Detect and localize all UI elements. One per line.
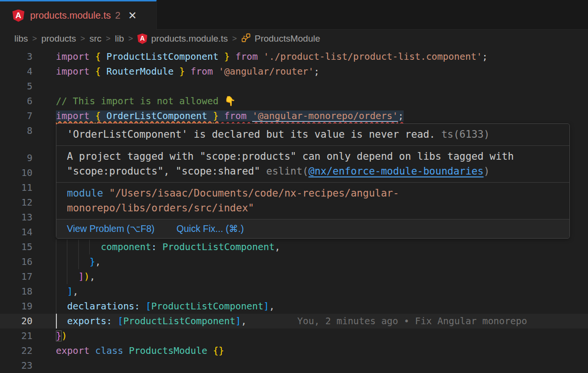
token: { [95,51,101,62]
token: ) [84,271,90,282]
hover-status-bar: View Problem (⌥F8) Quick Fix... (⌘.) [56,219,569,238]
indent-guide [56,284,56,299]
indent-guide [56,240,56,254]
code-line[interactable]: 16 }, [0,254,588,269]
code-line[interactable]: 17 ]), [0,269,588,284]
code-line[interactable]: 20 exports: [ProductListComponent],You, … [0,314,588,329]
line-number[interactable]: 5 [0,79,32,94]
token [56,316,67,327]
token: ProductListComponent [162,241,275,252]
code-line-content: import { ProductListComponent } from './… [32,49,588,64]
quick-fix-link[interactable]: Quick Fix... (⌘.) [177,221,244,236]
breadcrumb-item-file[interactable]: A products.module.ts [137,33,228,44]
line-number[interactable]: 22 [0,343,32,358]
line-number[interactable]: 18 [0,284,32,299]
close-icon[interactable]: ✕ [128,11,137,21]
code-line-content: import { OrderListComponent } from '@ang… [32,109,588,123]
code-line[interactable]: 19 declarations: [ProductListComponent], [0,299,588,314]
breadcrumb-item-src[interactable]: src [89,33,101,44]
token: [ [146,301,151,312]
line-number[interactable]: 15 [0,240,32,254]
token: RouterModule [101,66,179,77]
token: , [275,241,280,252]
code-line[interactable]: 22export class ProductsModule {} [0,343,588,358]
line-number[interactable]: 19 [0,299,32,314]
line-number[interactable]: 11 [0,180,32,195]
token: // This import is not allowed [56,96,224,107]
eslint-rule-link[interactable]: @nx/enforce-module-boundaries [309,165,484,177]
token: , [89,271,95,282]
chevron-right-icon: > [128,34,133,44]
token: ProductsModule [129,345,213,356]
chevron-right-icon: > [32,34,37,44]
breadcrumb-item-products[interactable]: products [41,33,76,44]
indent-guide [56,254,56,269]
line-number[interactable]: 8 [0,123,32,138]
token [56,256,89,267]
class-symbol-icon [241,33,251,45]
active-indent-guide [56,314,57,329]
token: { [95,110,101,121]
line-number[interactable]: 7 [0,109,32,123]
indent-guide [67,269,67,284]
token [140,301,146,312]
code-line[interactable]: 4import { RouterModule } from '@angular/… [0,64,588,79]
token [157,241,162,252]
editor: 3import { ProductListComponent } from '.… [0,48,588,373]
code-line[interactable]: 23 [0,358,588,373]
line-number[interactable]: 16 [0,254,32,269]
line-number[interactable]: 23 [0,358,32,373]
line-number[interactable]: 13 [0,210,32,225]
ts-error-code: ts(6133) [441,129,490,140]
indent-guide [89,240,90,254]
chevron-right-icon: > [232,34,237,44]
code-line[interactable]: 21}) [0,329,588,343]
token [112,316,118,327]
code-line[interactable]: 5 [0,79,588,94]
indent-guide [67,254,67,269]
code-line[interactable]: 15 component: ProductListComponent, [0,240,588,254]
code-line[interactable]: 18 ], [0,284,588,299]
angular-icon: A [12,10,24,22]
line-number[interactable]: 12 [0,195,32,210]
token: declarations: [67,301,140,312]
chevron-right-icon: > [80,34,85,44]
line-number[interactable]: 6 [0,94,32,109]
code-line[interactable]: 6// This import is not allowed 👇 [0,94,588,109]
tab-title: products.module.ts [30,10,111,21]
token: export [56,345,95,356]
line-number[interactable]: 20 [0,314,32,329]
line-number[interactable]: 14 [0,225,32,240]
token: } [179,66,185,77]
line-number[interactable]: 17 [0,269,32,284]
breadcrumb-item-lib[interactable]: lib [115,33,124,44]
error-highlight-range: import { OrderListComponent } from '@ang… [56,110,404,121]
view-problem-link[interactable]: View Problem (⌥F8) [67,221,155,236]
token: 👇 [224,96,235,107]
breadcrumb-item-symbol[interactable]: ProductsModule [241,33,320,45]
breadcrumb-item-libs[interactable]: libs [14,33,28,44]
code-line-content [32,358,588,373]
token [56,301,67,312]
token: } [213,110,219,121]
code-line[interactable]: 3import { ProductListComponent } from '.… [0,49,588,64]
line-number[interactable]: 4 [0,64,32,79]
token: ; [482,51,488,62]
code-line-content: }, [32,254,588,269]
token: component [101,241,151,252]
tab-products-module[interactable]: A products.module.ts 2 ✕ [0,0,157,30]
token: exports: [67,316,112,327]
line-number[interactable]: 9 [0,151,32,165]
tab-error-count: 2 [115,10,120,21]
code-line-content: component: ProductListComponent, [32,240,588,254]
token: from [219,110,252,121]
line-number[interactable]: 10 [0,165,32,180]
code-line-content: ]), [32,269,588,284]
token: import [56,110,95,121]
token: , [95,256,101,267]
line-number[interactable]: 3 [0,49,32,64]
line-number[interactable]: 21 [0,329,32,343]
token: {} [213,345,224,356]
code-line-content: export class ProductsModule {} [32,343,588,358]
code-line[interactable]: 7import { OrderListComponent } from '@an… [0,109,588,123]
